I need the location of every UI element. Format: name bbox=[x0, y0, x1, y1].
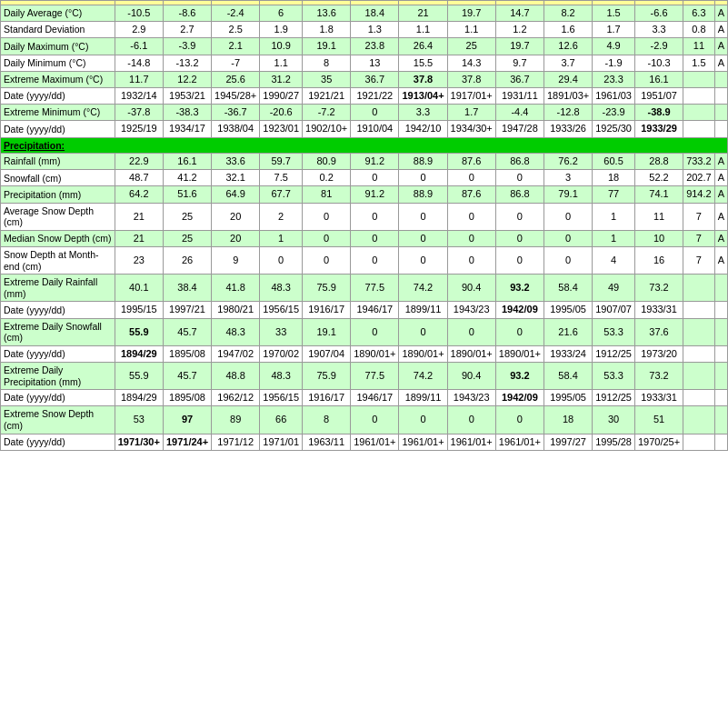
cell: 1.3 bbox=[351, 22, 399, 38]
cell bbox=[714, 87, 727, 104]
cell: 0 bbox=[447, 318, 495, 345]
cell: -2.4 bbox=[212, 5, 260, 22]
cell: 53 bbox=[115, 406, 163, 434]
cell: -23.9 bbox=[593, 105, 635, 121]
cell bbox=[683, 71, 715, 87]
cell: 88.9 bbox=[399, 186, 447, 203]
cell bbox=[714, 275, 727, 302]
row-label: Median Snow Depth (cm) bbox=[1, 230, 115, 246]
cell: 1.5 bbox=[593, 5, 635, 22]
cell: 1961/03 bbox=[593, 87, 635, 104]
cell: 35 bbox=[303, 71, 351, 87]
cell: 3 bbox=[544, 170, 592, 186]
cell: 30 bbox=[593, 406, 635, 434]
cell: 6.3 bbox=[683, 5, 715, 22]
cell: 19.7 bbox=[447, 5, 495, 22]
row-label: Daily Maximum (°C) bbox=[1, 38, 115, 55]
cell: 11.7 bbox=[115, 71, 163, 87]
cell: 48.3 bbox=[260, 362, 303, 389]
cell: 1.1 bbox=[447, 22, 495, 38]
cell: A bbox=[714, 38, 727, 55]
cell: 41.2 bbox=[163, 170, 211, 186]
table-row: Extreme Daily Snowfall (cm)55.945.748.33… bbox=[1, 318, 728, 345]
cell bbox=[714, 362, 727, 389]
cell: 97 bbox=[163, 406, 211, 434]
cell: 1921/22 bbox=[351, 87, 399, 104]
cell: 0 bbox=[351, 170, 399, 186]
cell: 1 bbox=[260, 230, 303, 246]
cell: 1933/31 bbox=[634, 390, 683, 406]
cell: 74.1 bbox=[634, 186, 683, 203]
cell: 3.7 bbox=[544, 55, 592, 71]
cell: 75.9 bbox=[303, 362, 351, 389]
cell: 36.7 bbox=[495, 71, 544, 87]
cell: 0 bbox=[260, 247, 303, 275]
cell: 89 bbox=[212, 406, 260, 434]
cell: 87.6 bbox=[447, 154, 495, 170]
cell: 1963/11 bbox=[303, 434, 351, 450]
cell: 9 bbox=[212, 247, 260, 275]
cell: 48.3 bbox=[212, 318, 260, 345]
table-row: Precipitation: bbox=[1, 137, 728, 154]
cell: 1890/01+ bbox=[351, 345, 399, 362]
cell: 1971/12 bbox=[212, 434, 260, 450]
cell: 58.4 bbox=[544, 362, 592, 389]
cell: 45.7 bbox=[163, 318, 211, 345]
cell: 0.8 bbox=[683, 22, 715, 38]
cell: 31.2 bbox=[260, 71, 303, 87]
table-row: Date (yyyy/dd)1894/291895/081962/121956/… bbox=[1, 390, 728, 406]
cell: -13.2 bbox=[163, 55, 211, 71]
cell: 91.2 bbox=[351, 186, 399, 203]
row-label: Date (yyyy/dd) bbox=[1, 434, 115, 450]
row-label: Date (yyyy/dd) bbox=[1, 390, 115, 406]
cell: 80.9 bbox=[303, 154, 351, 170]
cell: 16.1 bbox=[634, 71, 683, 87]
cell: -37.8 bbox=[115, 105, 163, 121]
cell bbox=[683, 318, 715, 345]
cell: 0 bbox=[399, 230, 447, 246]
cell: 86.8 bbox=[495, 154, 544, 170]
table-row: Average Snow Depth (cm)21252020000001117… bbox=[1, 203, 728, 230]
cell: 14.3 bbox=[447, 55, 495, 71]
cell: 1895/08 bbox=[163, 345, 211, 362]
cell bbox=[683, 406, 715, 434]
cell: 1970/25+ bbox=[634, 434, 683, 450]
row-label: Daily Minimum (°C) bbox=[1, 55, 115, 71]
cell: 1943/23 bbox=[447, 390, 495, 406]
cell: 0 bbox=[399, 318, 447, 345]
cell: 51.6 bbox=[163, 186, 211, 203]
cell: 0 bbox=[447, 230, 495, 246]
cell: 0.2 bbox=[303, 170, 351, 186]
cell: 1890/01+ bbox=[399, 345, 447, 362]
cell: 12.2 bbox=[163, 71, 211, 87]
row-label: Rainfall (mm) bbox=[1, 154, 115, 170]
table-row: Daily Maximum (°C)-6.1-3.92.110.919.123.… bbox=[1, 38, 728, 55]
cell: 1931/11 bbox=[495, 87, 544, 104]
cell: 86.8 bbox=[495, 186, 544, 203]
cell: -3.9 bbox=[163, 38, 211, 55]
cell: 1933/29 bbox=[634, 121, 683, 137]
cell: -1.9 bbox=[593, 55, 635, 71]
cell: 19.1 bbox=[303, 38, 351, 55]
cell: -20.6 bbox=[260, 105, 303, 121]
cell: 8 bbox=[303, 55, 351, 71]
cell: 1890/01+ bbox=[447, 345, 495, 362]
cell: 3.3 bbox=[399, 105, 447, 121]
cell: 1947/02 bbox=[212, 345, 260, 362]
cell: 88.9 bbox=[399, 154, 447, 170]
cell: 22.9 bbox=[115, 154, 163, 170]
cell: 4 bbox=[593, 247, 635, 275]
cell: 0 bbox=[303, 203, 351, 230]
cell: A bbox=[714, 154, 727, 170]
table-row: Date (yyyy/dd)1995/151997/211980/211956/… bbox=[1, 302, 728, 318]
cell: 1943/23 bbox=[447, 302, 495, 318]
cell: 1912/25 bbox=[593, 345, 635, 362]
cell bbox=[714, 390, 727, 406]
cell: 8 bbox=[303, 406, 351, 434]
section-header-label: Precipitation: bbox=[1, 137, 728, 154]
cell: 1.1 bbox=[399, 22, 447, 38]
cell: 14.7 bbox=[495, 5, 544, 22]
cell: 38.4 bbox=[163, 275, 211, 302]
cell: 25 bbox=[447, 38, 495, 55]
cell: 64.2 bbox=[115, 186, 163, 203]
